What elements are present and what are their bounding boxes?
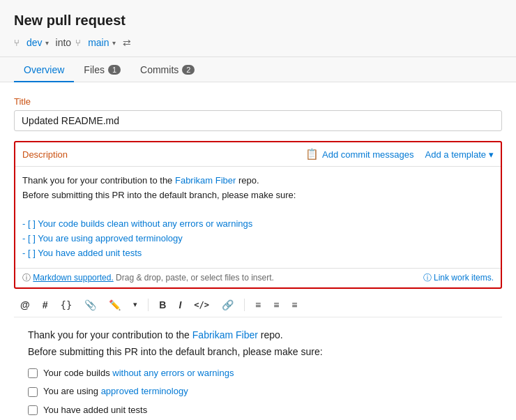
add-template-chevron: ▾: [489, 149, 494, 160]
preview-link-fabrikam: Fabrikam Fiber: [192, 329, 258, 340]
add-template-button[interactable]: Add a template ▾: [425, 149, 494, 160]
toolbar-divider-2: [244, 299, 245, 311]
add-commit-messages-label: Add commit messages: [322, 149, 414, 160]
desc-text-line2: Before submitting this PR into the defau…: [22, 190, 296, 200]
description-header: Description 📋 Add commit messages Add a …: [15, 142, 501, 167]
toolbar-pen-chevron[interactable]: ▾: [130, 298, 141, 311]
checklist-checkbox-1[interactable]: [28, 368, 38, 378]
checklist-item-3: You have added unit tests: [28, 403, 488, 418]
checklist-link-1: without any errors or warnings: [112, 368, 234, 378]
desc-checklist-1: - [ ] Your code builds clean without any…: [22, 218, 252, 229]
drag-drop-text: Drag & drop, paste, or select files to i…: [116, 273, 274, 283]
info-icon: ⓘ: [22, 273, 31, 283]
preview-intro-line2: Before submitting this PR into the defau…: [28, 346, 323, 357]
toolbar-hash[interactable]: #: [39, 297, 52, 313]
branch-to-chevron: ▾: [112, 39, 116, 47]
link-work-items[interactable]: ⓘ Link work items.: [423, 272, 494, 284]
desc-checklist-3: - [ ] You have added unit tests: [22, 248, 142, 258]
checklist-checkbox-3[interactable]: [28, 405, 38, 415]
toolbar-task-list[interactable]: ≡: [288, 297, 301, 313]
tabs-bar: Overview Files 1 Commits 2: [0, 57, 516, 82]
title-label: Title: [14, 96, 502, 107]
preview-intro: Thank you for your contribution to the F…: [28, 327, 488, 361]
swap-branches-icon[interactable]: ⇄: [123, 37, 131, 48]
checklist-item-1: Your code builds without any errors or w…: [28, 366, 488, 381]
branch-from-name: dev: [26, 37, 43, 48]
into-text: into: [56, 37, 72, 48]
tab-files[interactable]: Files 1: [74, 57, 130, 82]
tab-commits[interactable]: Commits 2: [130, 57, 204, 82]
preview-section: Thank you for your contribution to the F…: [14, 317, 502, 420]
checklist-text-1: Your code builds without any errors or w…: [43, 366, 234, 381]
branch-from-icon: ⑂: [14, 38, 20, 48]
tab-files-badge: 1: [108, 65, 121, 75]
add-template-label: Add a template: [425, 149, 486, 160]
checklist-link-2: approved terminology: [101, 386, 188, 396]
tab-commits-label: Commits: [140, 64, 179, 75]
tab-overview-label: Overview: [24, 64, 64, 75]
add-commit-messages-button[interactable]: 📋 Add commit messages: [305, 148, 414, 160]
desc-link-fabrikam: Fabrikam Fiber: [175, 175, 236, 186]
branch-to-name: main: [88, 37, 109, 48]
toolbar-bold[interactable]: B: [155, 297, 169, 313]
description-textarea-wrapper[interactable]: Thank you for your contribution to the F…: [15, 167, 501, 268]
desc-checklist-2: - [ ] You are using approved terminology: [22, 233, 183, 243]
desc-text-line1b: repo.: [236, 175, 259, 186]
branch-from-selector[interactable]: dev ▾: [24, 36, 52, 50]
toolbar-code[interactable]: </>: [190, 298, 213, 312]
description-actions: 📋 Add commit messages Add a template ▾: [305, 148, 494, 160]
page-header: New pull request ⑂ dev ▾ into ⑂ main ▾ ⇄: [0, 0, 516, 57]
editor-toolbar: @ # {} 📎 ✏️ ▾ B I </> 🔗 ≡ ≡ ≡: [14, 293, 502, 317]
description-footer: ⓘ Markdown supported. Drag & drop, paste…: [15, 268, 501, 287]
link-work-items-label: ⓘ Link work items.: [423, 273, 494, 283]
tab-overview[interactable]: Overview: [14, 57, 74, 82]
markdown-link[interactable]: Markdown supported.: [33, 273, 113, 283]
toolbar-braces[interactable]: {}: [56, 297, 75, 313]
page-title: New pull request: [14, 13, 502, 29]
toolbar-divider-1: [148, 299, 149, 311]
desc-text-line1: Thank you for your contribution to the: [22, 175, 175, 186]
toolbar-ul[interactable]: ≡: [252, 297, 264, 313]
tab-commits-badge: 2: [182, 65, 195, 75]
toolbar-pen[interactable]: ✏️: [105, 297, 124, 313]
toolbar-italic[interactable]: I: [175, 297, 185, 313]
branch-from-chevron: ▾: [45, 39, 49, 47]
checklist-item-2: You are using approved terminology: [28, 384, 488, 399]
description-label: Description: [22, 149, 68, 160]
branch-to-selector[interactable]: main ▾: [85, 36, 118, 50]
preview-checklist: Your code builds without any errors or w…: [28, 366, 488, 417]
branch-row: ⑂ dev ▾ into ⑂ main ▾ ⇄: [14, 36, 502, 50]
tab-files-label: Files: [84, 64, 105, 75]
clipboard-icon: 📋: [305, 148, 319, 160]
title-input[interactable]: [14, 110, 502, 131]
markdown-info: ⓘ Markdown supported. Drag & drop, paste…: [22, 272, 274, 284]
toolbar-attach[interactable]: 📎: [81, 297, 100, 313]
main-content: Title Description 📋 Add commit messages …: [0, 82, 516, 420]
toolbar-ol[interactable]: ≡: [270, 297, 282, 313]
preview-intro-line1b: repo.: [258, 329, 283, 340]
toolbar-at[interactable]: @: [17, 297, 33, 313]
description-container: Description 📋 Add commit messages Add a …: [14, 141, 502, 289]
checklist-checkbox-2[interactable]: [28, 387, 38, 397]
preview-intro-line1: Thank you for your contribution to the: [28, 329, 192, 340]
toolbar-link[interactable]: 🔗: [218, 297, 237, 313]
checklist-text-3: You have added unit tests: [43, 403, 147, 418]
branch-to-icon: ⑂: [75, 38, 81, 48]
checklist-text-2: You are using approved terminology: [43, 384, 188, 399]
